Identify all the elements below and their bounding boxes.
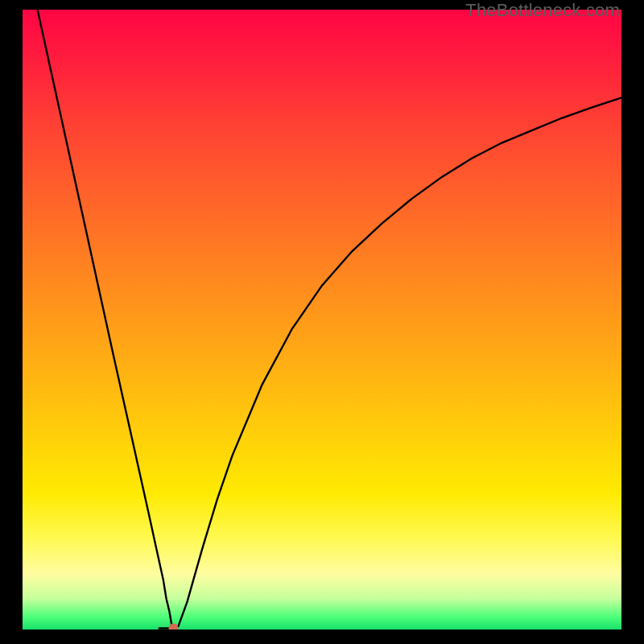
curve-layer: [23, 10, 621, 630]
curve-left-branch: [38, 10, 172, 628]
optimum-marker: [168, 623, 178, 630]
plot-area: [23, 10, 621, 630]
watermark-text: TheBottleneck.com: [465, 0, 620, 21]
curve-right-branch: [178, 97, 621, 626]
frame: TheBottleneck.com: [0, 0, 644, 644]
